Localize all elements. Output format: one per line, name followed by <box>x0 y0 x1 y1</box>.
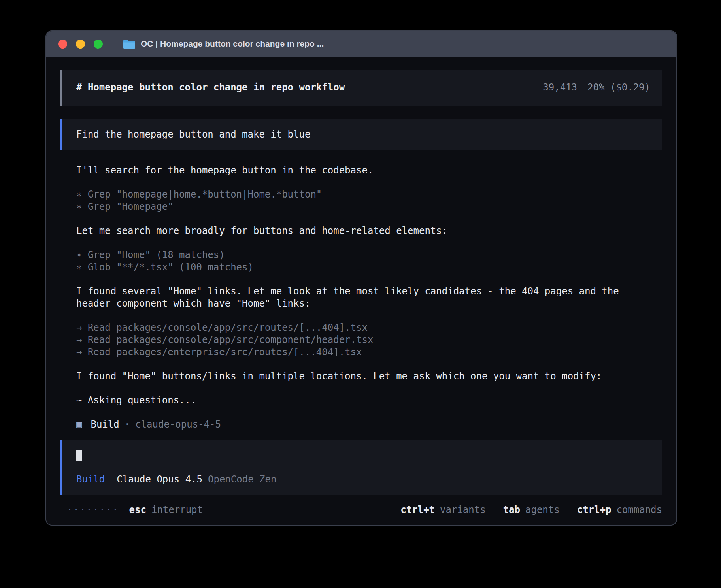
shortcut-key: tab <box>503 504 520 516</box>
assistant-status-text: ~ Asking questions... <box>76 394 651 407</box>
user-message-text: Find the homepage button and make it blu… <box>76 129 310 140</box>
shortcut-label: agents <box>525 504 560 516</box>
assistant-text: I'll search for the homepage button in t… <box>76 164 651 177</box>
window-title: OC | Homepage button color change in rep… <box>141 39 324 49</box>
tool-call-group: → Read packages/console/app/src/routes/[… <box>60 322 653 358</box>
assistant-text: I found "Home" buttons/links in multiple… <box>76 370 651 383</box>
tool-call-group: ∗ Grep "Home" (18 matches) ∗ Glob "**/*.… <box>60 249 653 273</box>
tool-call-group: ∗ Grep "homepage|home.*button|Home.*butt… <box>60 188 653 213</box>
terminal-window: OC | Homepage button color change in rep… <box>45 30 677 526</box>
context-cost: 20% ($0.29) <box>587 81 650 94</box>
input-provider-label: OpenCode Zen <box>208 473 276 486</box>
assistant-paragraph: I found several "Home" links. Let me loo… <box>60 285 653 310</box>
assistant-paragraph: Let me search more broadly for buttons a… <box>60 225 653 237</box>
traffic-lights <box>58 40 103 49</box>
status-bar: ········ esc interrupt ctrl+t variants t… <box>60 504 662 516</box>
shortcut-commands: ctrl+p commands <box>577 504 662 516</box>
shortcut-key: ctrl+p <box>577 504 612 516</box>
token-count: 39,413 <box>543 81 577 94</box>
session-title: # Homepage button color change in repo w… <box>76 81 345 94</box>
session-header: # Homepage button color change in repo w… <box>60 70 662 106</box>
agent-name: Build <box>91 418 119 431</box>
status-left: ········ esc interrupt <box>60 504 203 516</box>
agent-square-icon: ▣ <box>76 418 82 431</box>
agent-model: claude-opus-4-5 <box>135 418 221 431</box>
status-right: ctrl+t variants tab agents ctrl+p comman… <box>400 504 662 516</box>
close-button[interactable] <box>58 40 67 49</box>
agent-status-row: ▣ Build · claude-opus-4-5 <box>60 418 662 431</box>
tool-call-line: ∗ Grep "homepage|home.*button|Home.*butt… <box>76 188 651 201</box>
shortcut-key: esc <box>129 504 146 516</box>
shortcut-label: interrupt <box>151 504 203 516</box>
tool-call-line: → Read packages/console/app/src/routes/[… <box>76 322 651 334</box>
assistant-paragraph: I'll search for the homepage button in t… <box>60 164 653 177</box>
shortcut-label: variants <box>440 504 486 516</box>
shortcut-label: commands <box>616 504 662 516</box>
input-meta-row: Build Claude Opus 4.5 OpenCode Zen <box>76 473 650 486</box>
shortcut-agents: tab agents <box>503 504 560 516</box>
prompt-input[interactable]: Build Claude Opus 4.5 OpenCode Zen <box>60 440 662 495</box>
assistant-paragraph: I found "Home" buttons/links in multiple… <box>60 370 653 383</box>
terminal-content: # Homepage button color change in repo w… <box>46 57 676 516</box>
shortcut-esc: esc interrupt <box>129 504 203 516</box>
zoom-button[interactable] <box>94 40 103 49</box>
tool-call-line: ∗ Grep "Homepage" <box>76 201 651 213</box>
tool-call-line: → Read packages/enterprise/src/routes/[.… <box>76 346 651 358</box>
input-model-label[interactable]: Claude Opus 4.5 <box>117 473 202 486</box>
shortcut-key: ctrl+t <box>400 504 435 516</box>
input-agent-label[interactable]: Build <box>76 473 105 486</box>
spinner-dots: ········ <box>67 504 119 516</box>
minimize-button[interactable] <box>76 40 85 49</box>
dot-separator: · <box>125 418 130 431</box>
shortcut-variants: ctrl+t variants <box>400 504 485 516</box>
assistant-status: ~ Asking questions... <box>60 394 653 407</box>
assistant-text: Let me search more broadly for buttons a… <box>76 225 651 237</box>
tool-call-line: ∗ Grep "Home" (18 matches) <box>76 249 651 261</box>
assistant-text: I found several "Home" links. Let me loo… <box>76 285 651 310</box>
session-stats: 39,413 20% ($0.29) <box>543 81 650 94</box>
window-titlebar[interactable]: OC | Homepage button color change in rep… <box>46 31 676 57</box>
tool-call-line: → Read packages/console/app/src/componen… <box>76 334 651 346</box>
user-message: Find the homepage button and make it blu… <box>60 119 662 150</box>
tool-call-line: ∗ Glob "**/*.tsx" (100 matches) <box>76 261 651 273</box>
text-cursor <box>76 450 82 461</box>
folder-icon <box>123 39 135 49</box>
